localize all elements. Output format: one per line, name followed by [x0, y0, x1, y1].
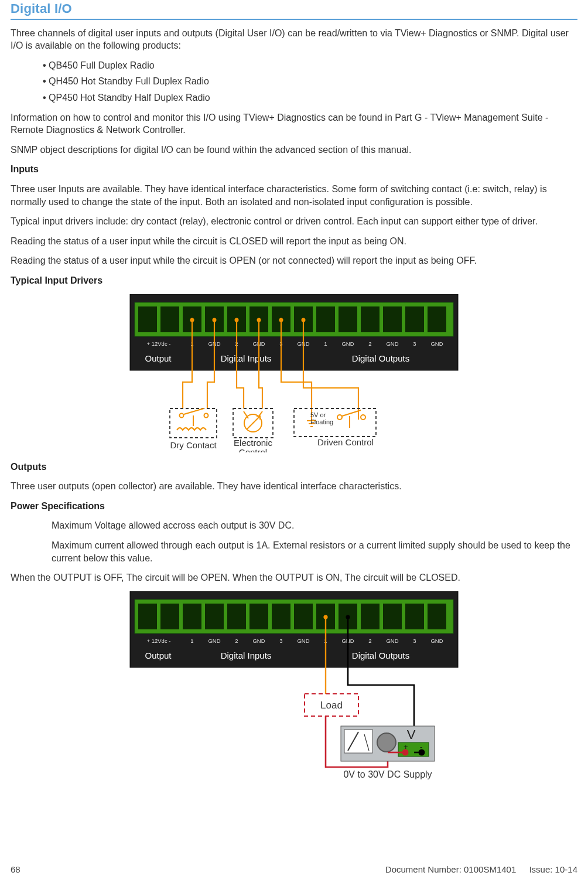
typical-drivers-heading: Typical Input Drivers: [11, 274, 577, 287]
pin-label: GND: [252, 638, 265, 644]
snmp-paragraph: SNMP object descriptions for digital I/O…: [11, 144, 577, 156]
svg-rect-12: [361, 306, 380, 332]
svg-rect-32: [294, 408, 376, 437]
inputs-heading: Inputs: [11, 163, 577, 176]
svg-rect-51: [294, 604, 313, 629]
body-paragraph: When the OUTPUT is OFF, The circuit will…: [11, 571, 577, 584]
figure-input-drivers: + 12Vdc - 1 GND 2 GND 3 GND 1 GND 2 GND …: [11, 294, 577, 452]
body-paragraph: Three user Inputs are available. They ha…: [11, 183, 577, 208]
voltage-label: V: [407, 727, 416, 742]
pin-label: 3: [413, 340, 416, 347]
pin-label: GND: [386, 340, 398, 347]
pin-label: 1: [190, 638, 193, 644]
dry-contact-symbol: Dry Contact: [170, 408, 217, 450]
issue-number: Issue: 10-14: [529, 864, 577, 874]
pin-label: GND: [208, 638, 220, 644]
power-supply-symbol: V + -: [341, 726, 435, 761]
svg-point-59: [346, 615, 350, 619]
group-label-dout: Digital Outputs: [352, 353, 409, 363]
svg-rect-3: [160, 306, 179, 332]
supply-label: 0V to 30V DC Supply: [343, 769, 432, 779]
pin-label: 2: [235, 638, 238, 644]
svg-rect-50: [272, 604, 290, 629]
figure-output-wiring: + 12Vdc - 1 GND 2 GND 3 GND 1 GND 2 GND …: [11, 591, 577, 785]
svg-point-21: [302, 318, 306, 322]
float-label-1: 5V or: [310, 411, 326, 418]
svg-rect-55: [383, 604, 402, 629]
svg-point-24: [204, 413, 208, 417]
page-footer: 68 Document Number: 0100SM1401 Issue: 10…: [11, 864, 577, 875]
driven-control-label: Driven Control: [317, 437, 374, 447]
svg-rect-46: [183, 604, 201, 629]
svg-rect-11: [339, 306, 357, 332]
svg-point-37: [337, 415, 342, 420]
svg-rect-47: [205, 604, 224, 629]
group-label-din: Digital Inputs: [221, 353, 272, 363]
section-heading: Digital I/O: [11, 0, 577, 20]
svg-rect-48: [227, 604, 246, 629]
pin-label: 2: [368, 638, 371, 644]
svg-point-20: [279, 318, 283, 322]
svg-point-16: [190, 318, 194, 322]
page-number: 68: [11, 864, 20, 875]
list-item: QB450 Full Duplex Radio: [43, 59, 577, 72]
float-label-2: Floating: [310, 418, 333, 425]
pin-label: GND: [341, 340, 354, 347]
pin-label: GND: [430, 638, 443, 644]
electronic-control-symbol: Electronic Control: [233, 408, 273, 452]
svg-rect-49: [249, 604, 268, 629]
group-label-din: Digital Inputs: [221, 650, 272, 660]
group-label-output: Output: [145, 353, 172, 363]
svg-point-63: [377, 733, 396, 752]
pin-label: 3: [413, 638, 416, 644]
input-drivers-diagram: + 12Vdc - 1 GND 2 GND 3 GND 1 GND 2 GND …: [118, 294, 470, 452]
svg-rect-2: [138, 306, 157, 332]
svg-point-17: [213, 318, 217, 322]
body-paragraph: Maximum current allowed through each out…: [11, 539, 577, 564]
svg-rect-45: [160, 604, 179, 629]
body-paragraph: Maximum Voltage allowed accross each out…: [11, 519, 577, 532]
pin-label: 2: [368, 340, 371, 347]
svg-rect-54: [361, 604, 380, 629]
svg-line-29: [247, 417, 259, 429]
group-label-dout: Digital Outputs: [352, 650, 409, 660]
doc-number: Document Number: 0100SM1401: [385, 864, 516, 874]
pin-label: GND: [297, 638, 309, 644]
svg-point-23: [180, 413, 184, 417]
svg-rect-56: [405, 604, 424, 629]
svg-rect-44: [138, 604, 157, 629]
list-item: QH450 Hot Standby Full Duplex Radio: [43, 75, 577, 88]
power-spec-heading: Power Specifications: [11, 500, 577, 513]
body-paragraph: Three user outputs (open collector) are …: [11, 480, 577, 493]
electronic-control-label-1: Electronic: [234, 438, 272, 448]
svg-rect-10: [316, 306, 335, 332]
svg-point-19: [257, 318, 261, 322]
body-paragraph: Reading the status of a user input while…: [11, 235, 577, 248]
body-paragraph: Reading the status of a user input while…: [11, 254, 577, 267]
list-item: QP450 Hot Standby Half Duplex Radio: [43, 91, 577, 104]
svg-point-58: [323, 615, 327, 619]
pin-label: + 12Vdc -: [147, 638, 171, 644]
svg-rect-57: [428, 604, 446, 629]
svg-rect-13: [383, 306, 402, 332]
svg-rect-14: [405, 306, 424, 332]
info-paragraph: Information on how to control and monito…: [11, 111, 577, 137]
output-wiring-diagram: + 12Vdc - 1 GND 2 GND 3 GND 1 GND 2 GND …: [118, 591, 470, 785]
pin-label: GND: [430, 340, 443, 347]
svg-line-25: [184, 408, 204, 414]
group-label-output: Output: [145, 650, 172, 660]
load-label: Load: [320, 700, 343, 711]
outputs-heading: Outputs: [11, 461, 577, 473]
svg-line-31: [259, 411, 262, 416]
svg-rect-15: [428, 306, 446, 332]
pin-label: + 12Vdc -: [147, 340, 171, 347]
svg-point-38: [361, 415, 365, 420]
dry-contact-label: Dry Contact: [170, 440, 217, 450]
svg-point-18: [235, 318, 239, 322]
pin-label: 1: [324, 340, 327, 347]
pin-label: 3: [279, 638, 282, 644]
body-paragraph: Typical input drivers include: dry conta…: [11, 215, 577, 228]
pin-label: GND: [386, 638, 398, 644]
product-list: QB450 Full Duplex Radio QH450 Hot Standb…: [11, 59, 577, 104]
driven-control-symbol: 5V or Floating Driven Control: [294, 408, 376, 447]
